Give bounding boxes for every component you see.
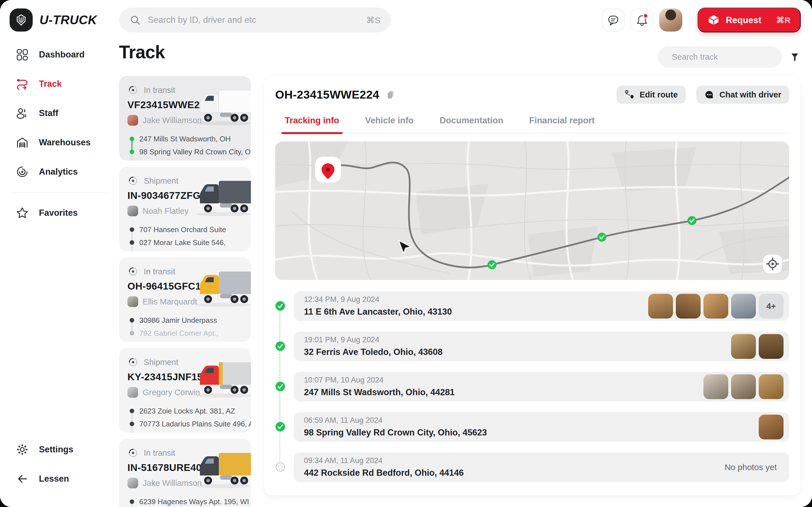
status-shipment-icon <box>128 175 139 186</box>
request-label: Request <box>726 15 761 25</box>
timeline-row[interactable]: 12:34 PM, 9 Aug 2024 11 E 6th Ave Lancas… <box>294 291 789 321</box>
analytics-icon <box>16 165 29 178</box>
shipment-card[interactable]: In transit VF23415WWE224 Jake Williamson… <box>119 76 251 161</box>
sidebar-item-warehouses[interactable]: Warehouses <box>0 128 118 157</box>
status-shipment-icon <box>128 356 139 368</box>
global-search-input[interactable] <box>148 15 359 25</box>
sidebar-collapse-label: Lessen <box>39 474 69 484</box>
sidebar-item-staff[interactable]: Staff <box>0 99 118 128</box>
shipment-card[interactable]: In transit OH-96415GFC145 Ellis Marquard… <box>119 258 251 342</box>
sidebar-item-settings[interactable]: Settings <box>0 435 118 464</box>
stop-address: 145 Kuvalis Villages Suite 466, AZ <box>128 431 251 433</box>
topbar-divider <box>690 12 690 28</box>
route-map[interactable] <box>275 142 789 280</box>
arrow-left-icon <box>16 472 29 485</box>
detail-shipment-id: OH-23415WWE224 <box>275 88 379 101</box>
sidebar-item-label: Dashboard <box>39 50 85 60</box>
timeline-row[interactable]: 19:01 PM, 9 Aug 2024 32 Ferris Ave Toled… <box>294 332 789 361</box>
shipment-status: In transit <box>144 267 175 276</box>
stop-photo[interactable] <box>759 374 783 399</box>
main-content: Track In transit VF23415WWE224 Jake Will… <box>118 40 812 507</box>
sidebar-item-favorites[interactable]: Favorites <box>0 198 118 228</box>
timeline-row[interactable]: 10:07 PM, 10 Aug 2024 247 Mills St Wadsw… <box>294 372 789 401</box>
sidebar-item-label: Warehouses <box>39 137 91 148</box>
stop-address: 98 Spring Valley Rd Crown City, OH <box>128 145 251 158</box>
stop-photo[interactable] <box>759 414 783 439</box>
search-shortcut: ⌘S <box>366 15 380 25</box>
sidebar-item-track[interactable]: Track <box>0 69 118 99</box>
timeline-time: 06:59 AM, 11 Aug 2024 <box>304 416 487 425</box>
stop-photo[interactable] <box>703 294 728 319</box>
tab-financial-report[interactable]: Financial report <box>529 115 595 133</box>
chat-with-driver-button[interactable]: Chat with driver <box>696 86 789 104</box>
sidebar-item-analytics[interactable]: Analytics <box>0 157 118 186</box>
dashboard-icon <box>16 48 29 61</box>
truck-image <box>192 86 251 129</box>
shipment-card[interactable]: Shipment KY-23415JNF155 Gregory Corwin 2… <box>119 348 251 433</box>
copy-icon <box>386 90 396 100</box>
track-search-area <box>658 46 801 68</box>
track-search-input[interactable] <box>672 52 778 62</box>
more-photos-button[interactable]: 4+ <box>759 294 783 319</box>
notifications-button[interactable] <box>630 8 654 32</box>
shipment-status: Shipment <box>144 176 179 186</box>
driver-avatar <box>128 296 138 307</box>
edit-route-button[interactable]: Edit route <box>617 86 686 104</box>
stop-photo[interactable] <box>676 294 701 319</box>
shipment-status: Shipment <box>144 358 179 367</box>
detail-tabs: Tracking info Vehicle info Documentation… <box>275 115 789 133</box>
topbar-actions: Request ⌘R <box>602 8 801 33</box>
timeline-address: 442 Rockside Rd Bedford, Ohio, 44146 <box>304 468 464 478</box>
driver-avatar <box>128 115 138 126</box>
chat-with-driver-label: Chat with driver <box>719 90 781 100</box>
user-avatar[interactable] <box>659 8 682 32</box>
stop-photo[interactable] <box>648 294 673 319</box>
app-window: U-TRUCK ⌘S Request ⌘R <box>0 0 812 507</box>
sidebar-item-label: Settings <box>39 445 73 455</box>
filter-button[interactable] <box>789 52 801 63</box>
pending-circle-icon <box>275 462 285 472</box>
topbar: U-TRUCK ⌘S Request ⌘R <box>0 0 812 40</box>
timeline-address: 32 Ferris Ave Toledo, Ohio, 43608 <box>304 347 443 357</box>
check-circle-icon <box>275 301 285 311</box>
tab-vehicle-info[interactable]: Vehicle info <box>365 115 414 133</box>
status-in-transit-icon <box>128 84 139 96</box>
stop-photo[interactable] <box>731 374 756 399</box>
sidebar-item-dashboard[interactable]: Dashboard <box>0 40 118 69</box>
tab-documentation[interactable]: Documentation <box>440 115 503 133</box>
stop-address: 027 Morar Lake Suite 546, <box>128 236 251 249</box>
timeline-address: 11 E 6th Ave Lancaster, Ohio, 43130 <box>304 307 452 317</box>
driver-name: Gregory Corwin <box>143 388 200 397</box>
sidebar-divider <box>11 192 107 193</box>
stop-photo[interactable] <box>731 294 756 319</box>
stop-photo[interactable] <box>759 334 783 359</box>
copy-id-button[interactable] <box>386 90 396 100</box>
staff-icon <box>16 107 29 120</box>
edit-route-label: Edit route <box>640 90 678 100</box>
stop-address: 2623 Zoie Locks Apt. 381, AZ <box>128 404 251 417</box>
sidebar-collapse[interactable]: Lessen <box>0 464 118 494</box>
star-icon <box>16 207 29 219</box>
chat-filled-icon <box>704 90 714 100</box>
gear-icon <box>16 443 29 456</box>
tab-tracking-info[interactable]: Tracking info <box>285 115 339 133</box>
messages-button[interactable] <box>602 8 625 32</box>
stop-photo[interactable] <box>703 374 728 399</box>
request-button[interactable]: Request ⌘R <box>698 8 801 33</box>
shipment-detail-panel: OH-23415WWE224 Edit route Chat with driv… <box>264 76 801 496</box>
detail-header: OH-23415WWE224 Edit route Chat with driv… <box>275 86 789 104</box>
timeline-row[interactable]: 06:59 AM, 11 Aug 2024 98 Spring Valley R… <box>294 412 789 442</box>
stop-address: 419 Vanessa Common <box>128 158 251 161</box>
truck-image <box>192 448 251 492</box>
truck-image <box>192 267 251 311</box>
shipment-card[interactable]: Shipment IN-9034677ZFG154 Noah Flatley 7… <box>119 167 251 251</box>
stop-photo[interactable] <box>731 334 756 359</box>
timeline-row[interactable]: 09:34 AM, 11 Aug 2024 442 Rockside Rd Be… <box>294 452 789 482</box>
shipment-card[interactable]: In transit IN-51678URE401 Jake Williamso… <box>119 439 251 507</box>
sidebar-bottom: Settings Lessen <box>0 435 118 494</box>
sidebar: Dashboard Track Staff Warehouses Analyti… <box>0 40 118 507</box>
stop-address: 707 Hansen Orchard Suite <box>128 223 251 236</box>
filter-icon <box>789 52 801 63</box>
no-photos-label: No photos yet <box>725 462 783 472</box>
brand[interactable]: U-TRUCK <box>10 8 97 32</box>
